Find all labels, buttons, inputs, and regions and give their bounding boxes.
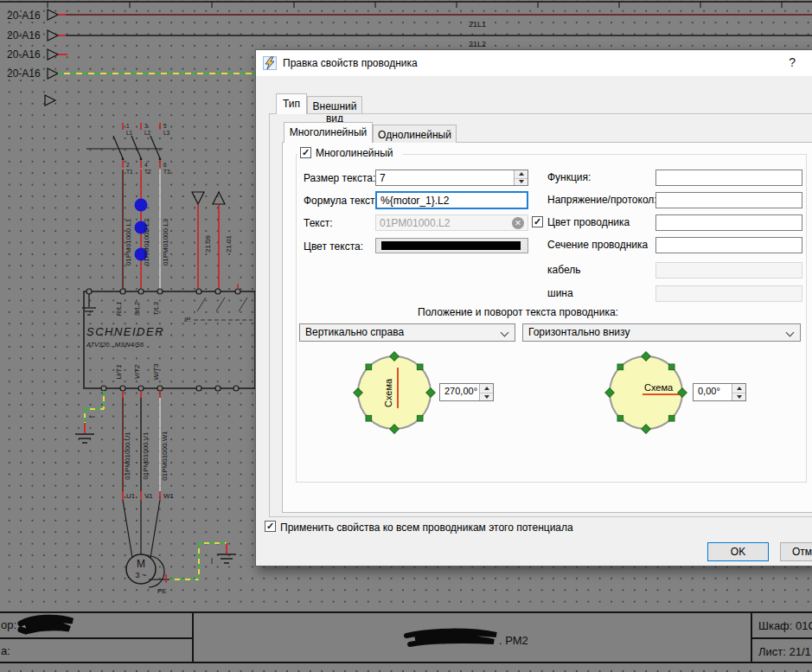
link-arrow-icon[interactable] [48,10,58,20]
text-color-button[interactable] [375,238,528,253]
rotation-preview-vertical[interactable]: Схема [352,350,438,437]
angle-right-spinbox[interactable]: 0,00° [693,383,746,401]
tab-singleline[interactable]: Однолинейный [373,125,457,143]
link-arrow-icon[interactable] [48,49,58,60]
motor-wires[interactable]: 01PM01000.U1 01PM01000.V1 01PM01000.W1 U… [123,391,175,558]
text-formula-label: Формула текста: [304,195,383,207]
rotation-preview-horizontal[interactable]: Схема [604,350,690,437]
motor-terminal: W1 [163,492,175,500]
net-label-21L1[interactable]: 21L1 [469,20,486,29]
tab-singleline-label: Однолинейный [378,129,451,141]
rotation-handle[interactable] [668,415,675,421]
link-label[interactable]: 20-A16 [7,48,41,61]
rotation-handle[interactable] [417,415,423,421]
arrow-up-icon[interactable] [213,192,225,204]
terminal-number: 1 [126,123,130,129]
spin-down-icon[interactable] [737,395,742,399]
link-label[interactable]: 20-A16 [7,10,41,22]
text-input: 01PM01000.L2 ✕ [375,214,528,231]
terminal-name: T1 [126,169,133,175]
spin-buttons[interactable] [479,384,493,400]
net-label-21L2[interactable]: 21L2 [469,40,486,48]
cancel-button[interactable]: Отмена [780,542,812,561]
tab-appearance[interactable]: Внешний вид [307,96,362,114]
bus-label: шина [547,287,573,299]
tab-multiline[interactable]: Многолинейный [284,122,373,143]
arrow-down-icon[interactable] [192,192,204,204]
link-label[interactable]: 20-A16 [7,29,41,42]
pe-ground-right[interactable] [169,543,236,579]
wire-color-checkbox[interactable]: ✓ [532,216,543,227]
breaker-symbol[interactable]: 1 L1 2 T1 3 L2 4 T2 5 L3 6 T3 [86,123,170,175]
wire-label[interactable]: 01PM01000.U1 [124,432,131,480]
ok-button[interactable]: OK [707,542,769,561]
wire-label[interactable]: 01PM01000.L2 [143,218,150,266]
vertical-position-combo[interactable]: Вертикально справа [299,323,515,342]
clear-icon[interactable]: ✕ [512,217,524,229]
rotation-handle[interactable] [366,415,372,421]
drive-output-label: U/T1 [115,364,123,379]
motor-terminal: U1 [126,492,136,500]
selection-node-dot[interactable] [135,199,148,212]
function-label: Функция: [547,171,591,183]
terminal-number: 5 [163,123,167,129]
rotation-handle[interactable] [617,364,623,370]
text-label: Текст: [304,217,333,229]
help-button[interactable]: ? [789,55,796,69]
spin-buttons[interactable] [732,384,745,400]
ref-label[interactable]: 21.01 [225,234,233,253]
rotation-handle[interactable] [366,364,372,370]
rotation-handle[interactable] [417,364,423,370]
link-arrow-icon[interactable] [48,68,58,79]
text-formula-input[interactable]: %{motor_1}.L2 [375,191,528,209]
tab-multiline-label: Многолинейный [290,126,367,138]
drive-ip-label: IP. [184,316,191,323]
spin-up-icon[interactable] [519,172,524,176]
drive-output-label: W/T3 [152,363,160,381]
terminal-name: L3 [163,130,170,136]
multiline-checkbox[interactable]: ✓ [300,147,311,158]
spin-down-icon[interactable] [519,180,524,183]
wire-section-label: Сечение проводника [547,239,648,251]
tab-type-label: Тип [283,98,300,110]
phase-wires[interactable]: 01PM01000.L1 01PM01000.L2 01PM01000.L3 [123,170,169,291]
voltage-input[interactable] [655,192,802,208]
wire-label[interactable]: 01PM01000.V1 [142,432,150,480]
spin-up-icon[interactable] [737,387,742,390]
tab-type[interactable]: Тип [276,93,307,114]
potential-arrows[interactable]: 21.09 21.01 [192,192,233,291]
terminal-name: L2 [144,130,151,136]
drawing-title-block: ор: а: . РМ2 Шкаф: 01C Лист: 21/1 [0,611,812,663]
drive-input-label: T/L3 [152,301,160,316]
wire-color-input[interactable] [655,214,802,231]
rotation-handle[interactable] [668,364,675,370]
horizontal-position-value: Горизонтально внизу [528,326,630,338]
link-label[interactable]: 20-A16 [7,67,41,80]
function-input[interactable] [655,170,802,186]
wire-label[interactable]: 01PM01000.L1 [125,218,132,266]
motor-symbol[interactable]: M 3 ~ PE [126,554,169,595]
ref-label[interactable]: 21.09 [204,234,212,253]
link-arrow-icon[interactable] [45,95,55,106]
text-size-value: 7 [380,172,386,184]
dialog-titlebar[interactable]: Правка свойств проводника ? [256,50,812,77]
pe-ground-left[interactable] [75,391,104,443]
drive-block[interactable]: R/L1 S/L2 T/L3 SCHNEIDER ATV320...M3/N4/… [82,284,255,391]
text-color-label: Цвет текста: [304,240,363,253]
wire-label[interactable]: 01PM01000.L3 [162,218,169,266]
terminal-number: 6 [163,162,167,168]
link-arrow-icon[interactable] [48,30,58,41]
apply-all-checkbox[interactable]: ✓ [265,521,276,532]
spin-buttons[interactable] [514,170,527,185]
drive-input-label: R/L1 [115,302,123,317]
text-size-spinbox[interactable]: 7 [375,170,528,186]
wire-label[interactable]: 01PM01000.W1 [161,431,169,481]
app-lightning-icon [263,56,277,70]
apply-all-label: Применить свойства ко всем проводникам э… [280,522,573,534]
horizontal-position-combo[interactable]: Горизонтально внизу [522,323,801,342]
wire-section-input[interactable] [655,237,802,253]
rotation-handle[interactable] [617,415,623,421]
angle-left-spinbox[interactable]: 270,00° [439,383,494,401]
spin-down-icon[interactable] [484,395,489,399]
spin-up-icon[interactable] [484,387,489,390]
